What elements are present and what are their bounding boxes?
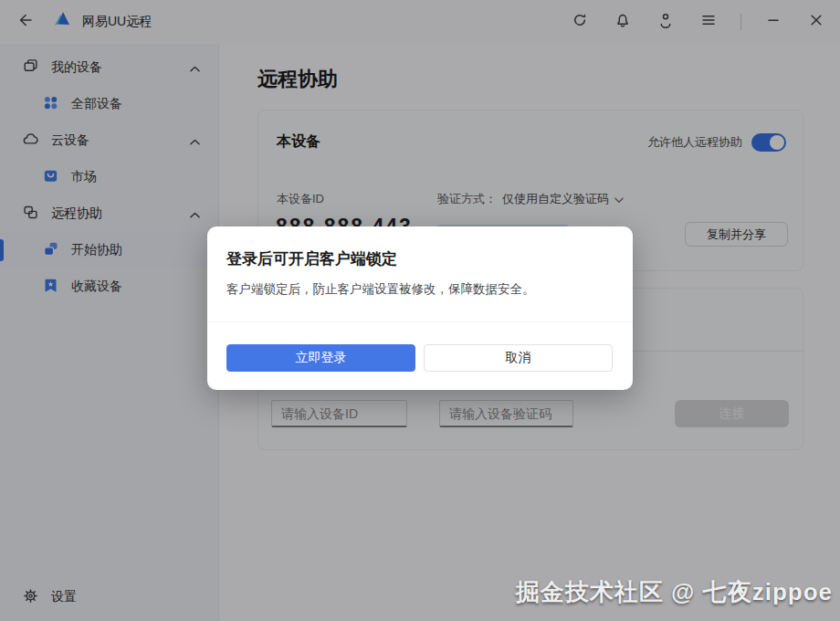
login-now-button[interactable]: 立即登录 [226,344,415,372]
dialog-title: 登录后可开启客户端锁定 [226,248,397,269]
dialog-body: 客户端锁定后，防止客户端设置被修改，保障数据安全。 [226,281,535,298]
watermark-text: 掘金技术社区 @ 七夜zippoe [516,576,833,608]
dialog-footer-divider [207,321,633,322]
cancel-button[interactable]: 取消 [424,344,613,372]
login-lock-dialog: 登录后可开启客户端锁定 客户端锁定后，防止客户端设置被修改，保障数据安全。 立即… [207,226,633,390]
app-window: 网易UU远程 [0,0,840,621]
